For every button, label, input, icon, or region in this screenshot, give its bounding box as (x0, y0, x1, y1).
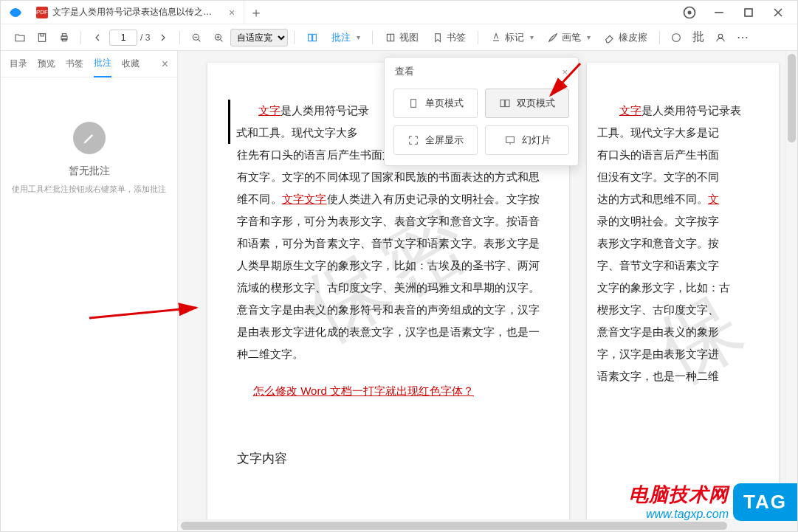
redtext: 文 (708, 193, 719, 205)
app-logo-icon (7, 4, 24, 21)
body-text: 是人类用符号记录表 (642, 104, 741, 117)
svg-line-14 (221, 39, 223, 41)
double-page-mode-button[interactable]: 双页模式 (485, 89, 569, 118)
body-text: 使人类进入有历史记录的文明社会。文字按字音和字形，可分为表形文字、表音文字和意音… (237, 193, 540, 360)
scroll-thumb[interactable] (181, 522, 727, 530)
body-text: 文字的象形文字，比如：古 (597, 281, 730, 294)
redtext: 文字 (619, 104, 642, 117)
watermark-badge: 电脑技术网 www.tagxp.com TAG (629, 482, 797, 521)
svg-point-23 (719, 34, 723, 38)
window-controls (682, 5, 797, 20)
tab-close-icon[interactable]: × (226, 7, 238, 18)
svg-point-1 (688, 10, 692, 14)
mark-button[interactable]: 标记▾ (484, 27, 540, 48)
body-text: 但没有文字。文字的不同 (597, 170, 719, 183)
svg-point-22 (673, 33, 681, 41)
print-icon[interactable] (54, 27, 75, 48)
body-text: 达的方式和思维不同。 (597, 193, 708, 205)
svg-rect-24 (411, 100, 416, 108)
svg-rect-6 (38, 33, 45, 41)
body-text: 意音文字是由表义的象形 (597, 325, 719, 338)
popup-close-icon[interactable]: × (562, 66, 568, 77)
zoom-out-icon[interactable] (186, 27, 207, 48)
prev-page-icon[interactable] (87, 27, 108, 48)
svg-rect-8 (62, 33, 66, 35)
section-heading: 文字内容 (237, 446, 540, 471)
badge-title: 电脑技术网 (629, 482, 729, 508)
maximize-icon[interactable] (741, 5, 756, 20)
popup-title: 查看 (395, 65, 414, 78)
pencil-icon (73, 122, 106, 154)
eraser-button[interactable]: 橡皮擦 (598, 27, 653, 48)
fullscreen-button[interactable]: 全屏显示 (393, 125, 478, 155)
body-text: 字，汉字是由表形文字进 (597, 348, 719, 360)
doc-link[interactable]: 怎么修改 Word 文档一打字就出现红色字体？ (237, 380, 474, 402)
close-icon[interactable] (771, 5, 785, 20)
brush-button[interactable]: 画笔▾ (541, 27, 596, 48)
view-mode-popup: 查看 × 单页模式 双页模式 全屏显示 幻灯片 (384, 57, 579, 166)
stamp-icon[interactable] (666, 27, 687, 48)
bookmark-button[interactable]: 书签 (426, 27, 472, 48)
more-icon[interactable]: ⋯ (732, 27, 753, 48)
body-text: 字、音节文字和语素文字 (597, 259, 719, 272)
annotation-button[interactable]: 批注▾ (326, 27, 366, 48)
page-total: / 3 (139, 32, 151, 43)
body-text: 式和工具。现代文字大多 (236, 126, 358, 139)
minimize-icon[interactable] (712, 5, 726, 20)
settings-icon[interactable] (682, 5, 697, 20)
sidebar-tabs: 目录 预览 书签 批注 收藏 × (1, 51, 177, 77)
svg-rect-27 (506, 137, 514, 142)
body-text: 是人类用符号记录 (281, 104, 369, 117)
save-icon[interactable] (32, 27, 52, 48)
body-text: 语素文字，也是一种二维 (597, 370, 719, 382)
user-icon[interactable] (710, 27, 731, 48)
document-page-2: 保 文字是人类用符号记录表 工具。现代文字大多是记 有口头的语言后产生书面 但没… (587, 63, 779, 519)
body-text: 录的文明社会。文字按字 (597, 215, 719, 227)
sidebar-tab-bookmarks[interactable]: 书签 (66, 51, 83, 77)
tab-title: 文字是人类用符号记录表达信息以传之久远... (52, 6, 220, 18)
body-text: 工具。现代文字大多是记 (597, 126, 719, 139)
sidebar-close-icon[interactable]: × (162, 58, 168, 71)
vertical-scrollbar[interactable] (785, 51, 797, 519)
empty-subtitle: 使用工具栏批注按钮或右键菜单，添加批注 (12, 184, 166, 195)
svg-rect-18 (313, 34, 317, 41)
svg-line-11 (199, 39, 201, 41)
sidebar-tab-outline[interactable]: 目录 (10, 51, 27, 77)
next-page-icon[interactable] (153, 27, 173, 48)
body-text: 有口头的语言后产生书面 (597, 148, 719, 161)
svg-rect-17 (309, 34, 312, 41)
svg-rect-25 (501, 100, 504, 106)
zoom-in-icon[interactable] (208, 27, 229, 48)
svg-rect-3 (745, 9, 752, 16)
page-layout-button[interactable] (300, 27, 324, 48)
sidebar-tab-preview[interactable]: 预览 (38, 51, 55, 77)
zoom-select[interactable]: 自适应宽 (230, 29, 288, 46)
sidebar-tab-favorites[interactable]: 收藏 (122, 51, 140, 77)
tag-badge: TAG (733, 483, 797, 521)
batch-button[interactable]: 批 (688, 27, 709, 48)
sidebar-tab-annotations[interactable]: 批注 (94, 51, 111, 77)
page-number-input[interactable] (109, 30, 137, 46)
sidebar-empty-state: 暂无批注 使用工具栏批注按钮或右键菜单，添加批注 (1, 77, 177, 531)
svg-rect-26 (506, 100, 509, 106)
toolbar: / 3 自适应宽 批注▾ 视图 书签 标记▾ 画笔▾ 橡皮擦 批 ⋯ (1, 24, 797, 51)
body-text: 表形文字和意音文字。按 (597, 237, 719, 249)
titlebar: PDF 文字是人类用符号记录表达信息以传之久远... × ＋ (1, 1, 797, 24)
view-button[interactable]: 视图 (379, 27, 424, 48)
single-page-mode-button[interactable]: 单页模式 (393, 89, 478, 118)
badge-url: www.tagxp.com (629, 508, 729, 521)
redtext: 文字 (258, 104, 281, 117)
slideshow-button[interactable]: 幻灯片 (485, 125, 569, 155)
body-text: 楔形文字、古印度文字、 (597, 303, 719, 316)
open-icon[interactable] (10, 27, 30, 48)
redtext: 文字文字 (282, 193, 327, 205)
empty-title: 暂无批注 (69, 165, 110, 178)
document-tab[interactable]: PDF 文字是人类用符号记录表达信息以传之久远... × (30, 1, 244, 24)
scroll-thumb[interactable] (788, 54, 796, 142)
sidebar: 目录 预览 书签 批注 收藏 × 暂无批注 使用工具栏批注按钮或右键菜单，添加批… (1, 51, 178, 531)
pdf-icon: PDF (36, 7, 48, 18)
horizontal-scrollbar[interactable] (178, 519, 785, 531)
new-tab-button[interactable]: ＋ (244, 1, 268, 24)
